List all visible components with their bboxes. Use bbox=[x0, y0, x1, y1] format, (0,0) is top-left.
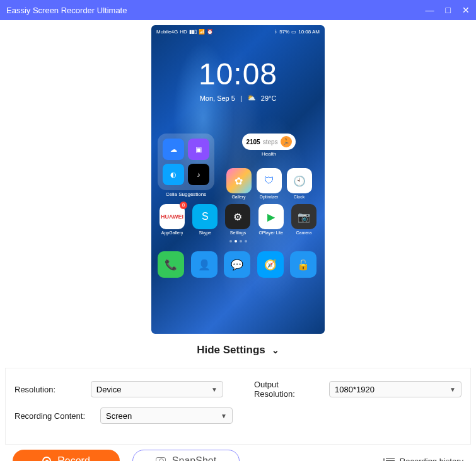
optimizer-app[interactable]: 🛡 bbox=[257, 168, 282, 193]
battery-icon: ▭ bbox=[291, 29, 296, 35]
status-time: 10:08 AM bbox=[298, 29, 320, 35]
tiktok-icon: ♪ bbox=[188, 164, 209, 185]
history-label: Recording history bbox=[400, 457, 463, 462]
snapshot-button[interactable]: SnapShot bbox=[132, 450, 240, 461]
weather-icon: ⛅ bbox=[247, 94, 256, 102]
settings-panel: Resolution: Device ▼ Output Resolution: … bbox=[5, 368, 471, 445]
wifi-icon: 📶 bbox=[199, 29, 205, 35]
clock-time: 10:08 bbox=[151, 57, 325, 91]
hide-settings-label: Hide Settings bbox=[197, 344, 265, 356]
resolution-select[interactable]: Device ▼ bbox=[91, 381, 223, 397]
contacts-app[interactable]: 👤 bbox=[191, 251, 218, 278]
bottom-bar: Record SnapShot Recording history bbox=[0, 450, 476, 461]
hd-badge: HD bbox=[180, 29, 187, 35]
carrier-label: Mobile4G bbox=[156, 29, 178, 35]
output-resolution-select[interactable]: 1080*1920 ▼ bbox=[329, 381, 461, 397]
messages-app[interactable]: 💬 bbox=[224, 251, 250, 278]
record-button[interactable]: Record bbox=[13, 450, 120, 461]
oplayer-app[interactable]: ▶ bbox=[258, 204, 284, 229]
recording-content-value: Screen bbox=[106, 411, 132, 421]
chevron-down-icon: ▼ bbox=[450, 386, 456, 393]
output-resolution-label: Output Resolution: bbox=[254, 380, 320, 399]
lock-app[interactable]: 🔓 bbox=[290, 251, 316, 278]
hide-settings-toggle[interactable]: Hide Settings ⌄ bbox=[0, 344, 476, 356]
close-button[interactable]: ✕ bbox=[462, 5, 470, 15]
clock-app[interactable]: 🕙 bbox=[287, 168, 312, 193]
health-label: Health bbox=[262, 151, 276, 157]
camera-icon bbox=[156, 457, 166, 461]
maximize-button[interactable]: □ bbox=[446, 5, 451, 15]
window-controls: — □ ✕ bbox=[426, 5, 470, 15]
minimize-button[interactable]: — bbox=[426, 5, 434, 15]
chevron-down-icon: ▼ bbox=[221, 413, 227, 419]
suggestions-folder[interactable]: ☁ ▣ ◐ ♪ bbox=[158, 134, 214, 190]
app-title: Eassiy Screen Recorder Ultimate bbox=[6, 6, 426, 15]
cloud-icon: ☁ bbox=[163, 139, 184, 160]
output-resolution-value: 1080*1920 bbox=[335, 385, 374, 394]
resolution-label: Resolution: bbox=[15, 385, 82, 394]
recording-content-label: Recording Content: bbox=[15, 411, 91, 421]
phone-app[interactable]: 📞 bbox=[158, 251, 184, 278]
camera-app[interactable]: 📷 bbox=[291, 204, 316, 229]
health-widget[interactable]: 2105 steps 🏃 bbox=[242, 134, 295, 150]
appgallery-app[interactable]: HUAWEI8 bbox=[160, 204, 185, 229]
chevron-down-icon: ⌄ bbox=[272, 345, 279, 355]
snapshot-label: SnapShot bbox=[172, 455, 216, 461]
clock-date: Mon, Sep 5 bbox=[200, 94, 235, 102]
alarm-icon: ⏰ bbox=[207, 29, 213, 35]
record-label: Record bbox=[57, 455, 90, 461]
badge: 8 bbox=[180, 202, 187, 209]
resolution-value: Device bbox=[96, 385, 122, 394]
phone-preview: Mobile4G HD ▮▮▯ 📶 ⏰ ᚼ 57% ▭ 10:08 AM 10:… bbox=[151, 25, 325, 334]
record-icon bbox=[42, 457, 51, 461]
recording-history-link[interactable]: Recording history bbox=[386, 457, 463, 462]
globe-icon: ◐ bbox=[163, 164, 184, 185]
phone-preview-area: Mobile4G HD ▮▮▯ 📶 ⏰ ᚼ 57% ▭ 10:08 AM 10:… bbox=[0, 20, 476, 334]
folder-label: Celia Suggestions bbox=[166, 191, 206, 197]
lock-clock: 10:08 Mon, Sep 5 | ⛅ 29°C bbox=[151, 57, 325, 102]
steps-unit: steps bbox=[263, 139, 278, 145]
chevron-down-icon: ▼ bbox=[211, 386, 218, 393]
bluetooth-icon: ᚼ bbox=[274, 29, 277, 35]
signal-icon: ▮▮▯ bbox=[189, 29, 197, 35]
settings-app[interactable]: ⚙ bbox=[225, 204, 250, 229]
dock: 📞 👤 💬 🧭 🔓 bbox=[151, 242, 325, 278]
steps-count: 2105 bbox=[246, 139, 260, 145]
gallery-app[interactable]: ✿ bbox=[226, 168, 252, 193]
titlebar: Eassiy Screen Recorder Ultimate — □ ✕ bbox=[0, 0, 476, 20]
browser-app[interactable]: 🧭 bbox=[257, 251, 284, 278]
run-icon: 🏃 bbox=[281, 136, 292, 147]
phone-status-bar: Mobile4G HD ▮▮▯ 📶 ⏰ ᚼ 57% ▭ 10:08 AM bbox=[151, 25, 325, 38]
skype-app[interactable]: S bbox=[192, 204, 218, 229]
clock-weather: 29°C bbox=[261, 94, 277, 102]
battery-pct: 57% bbox=[279, 29, 289, 35]
list-icon bbox=[386, 458, 395, 461]
cast-icon: ▣ bbox=[188, 139, 209, 160]
recording-content-select[interactable]: Screen ▼ bbox=[100, 407, 233, 424]
